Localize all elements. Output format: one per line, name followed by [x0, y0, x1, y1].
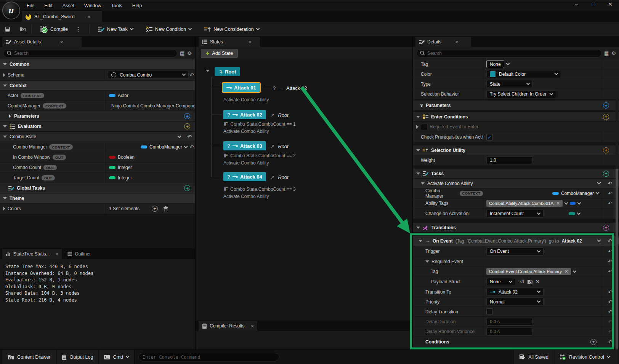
ability-tag-pill[interactable]: Combat.Ability.Attack.Combo01A✕	[486, 200, 563, 207]
reset-to-default-icon[interactable]: ↶	[608, 238, 612, 244]
tab-outliner[interactable]: Outliner	[63, 249, 94, 259]
unreal-logo-icon[interactable]: u	[2, 2, 20, 19]
chevron-down-icon[interactable]	[506, 62, 510, 65]
menu-asset[interactable]: Asset	[58, 1, 79, 10]
expand-arrow-icon[interactable]	[3, 207, 5, 211]
delete-trash-icon[interactable]	[163, 206, 168, 211]
state-tree-canvas[interactable]: ↴ Root Attack 01 ? → Attack 02 Activate …	[196, 59, 412, 321]
output-log-button[interactable]: Output Log	[56, 350, 99, 364]
new-consideration-button[interactable]: New Consideration	[201, 24, 262, 34]
reset-to-default-icon[interactable]: ↶	[608, 289, 613, 295]
close-tab-icon[interactable]: ×	[251, 323, 254, 329]
check-prerequisites-checkbox[interactable]: ✓	[486, 134, 493, 140]
settings-gear-icon[interactable]: ⚙	[611, 50, 616, 56]
type-dropdown[interactable]: State	[486, 80, 533, 88]
new-condition-button[interactable]: New Condition	[143, 24, 194, 34]
details-search[interactable]	[416, 49, 601, 57]
priority-dropdown[interactable]: Normal	[486, 298, 544, 306]
activate-combo-ability-header[interactable]: Activate Combo Ability↶	[413, 179, 619, 188]
root-expander-icon[interactable]	[206, 70, 210, 72]
section-global-tasks[interactable]: Global Tasks+	[0, 183, 195, 193]
console-input[interactable]	[143, 354, 275, 360]
chevron-down-icon[interactable]	[596, 191, 600, 195]
clear-icon[interactable]: ✕	[536, 279, 540, 285]
event-tag-pill[interactable]: Combat.Event.Combo.Attack.Primary✕	[486, 268, 571, 275]
compile-button[interactable]: Compile	[37, 23, 71, 35]
reset-to-default-icon[interactable]: ↶	[608, 299, 613, 305]
schema-dropdown[interactable]: Combat Combo	[108, 71, 189, 79]
delay-transition-checkbox[interactable]	[486, 308, 493, 315]
menu-tools[interactable]: Tools	[106, 1, 127, 10]
selection-behavior-dropdown[interactable]: Try Select Children In Order	[486, 90, 556, 98]
state-node-attack-04[interactable]: ? Attack 04	[223, 172, 266, 181]
column-view-icon[interactable]: ▦	[604, 50, 609, 56]
browse-to-asset-icon[interactable]	[527, 279, 533, 284]
add-enter-condition-icon[interactable]: +	[603, 114, 609, 120]
add-color-icon[interactable]: +	[152, 206, 158, 212]
scrollbar-thumb[interactable]	[616, 169, 618, 364]
section-theme[interactable]: Theme	[0, 193, 195, 203]
asset-details-search[interactable]	[3, 49, 177, 57]
chevron-down-icon[interactable]	[597, 181, 601, 185]
expand-arrow-icon[interactable]	[416, 125, 419, 129]
menu-help[interactable]: Help	[128, 1, 147, 10]
maximize-button[interactable]: □	[590, 1, 597, 7]
reset-to-default-icon[interactable]: ↶	[608, 190, 613, 196]
cmd-button[interactable]: Cmd	[99, 350, 134, 364]
section-common[interactable]: Common	[0, 59, 195, 69]
browse-asset-icon[interactable]	[20, 26, 26, 32]
state-node-root[interactable]: ↴ Root	[215, 67, 240, 76]
tab-states[interactable]: States ×	[199, 37, 260, 47]
remove-tag-icon[interactable]: ✕	[564, 269, 568, 274]
add-parameter-icon[interactable]: +	[603, 102, 609, 109]
section-evaluators[interactable]: Evaluators+	[0, 121, 195, 132]
tab-statetree-statistics[interactable]: StateTree Statis... ×	[2, 249, 62, 259]
chevron-down-icon[interactable]	[597, 238, 601, 242]
required-event-header-row[interactable]: Required Event ↶	[413, 257, 619, 267]
reset-to-default-icon[interactable]: ↶	[608, 200, 613, 206]
search-input[interactable]	[14, 51, 173, 56]
section-parameters-details[interactable]: VParameters+	[413, 101, 619, 111]
section-context[interactable]: Context	[0, 81, 195, 91]
add-task-icon[interactable]: +	[603, 171, 609, 177]
expand-arrow-icon[interactable]	[3, 73, 5, 77]
add-global-task-icon[interactable]: +	[184, 185, 190, 191]
add-parameter-icon[interactable]: +	[184, 113, 190, 119]
reset-to-default-icon[interactable]: ↶	[608, 309, 613, 315]
all-saved-button[interactable]: All Saved	[513, 350, 554, 364]
close-tab-icon[interactable]: ×	[56, 251, 59, 257]
revision-control-button[interactable]: Revision Control	[554, 350, 619, 364]
chevron-down-icon[interactable]	[572, 269, 576, 273]
column-view-icon[interactable]: ▦	[180, 50, 184, 56]
content-drawer-button[interactable]: Content Drawer	[2, 350, 56, 364]
menu-file[interactable]: File	[22, 1, 39, 10]
section-transitions[interactable]: Transitions+	[413, 223, 619, 233]
use-selected-asset-icon[interactable]: ↺	[520, 278, 525, 285]
reset-to-default-icon[interactable]: ↶	[608, 339, 613, 345]
section-parameters[interactable]: VParameters+	[0, 111, 195, 121]
reset-to-default-icon[interactable]: ↶	[189, 144, 194, 150]
section-selection-utility[interactable]: Selection Utility+	[413, 145, 619, 155]
close-tab-icon[interactable]: ×	[88, 14, 91, 20]
close-tab-icon[interactable]: ×	[249, 39, 252, 45]
search-input[interactable]	[427, 51, 598, 56]
reset-to-default-icon[interactable]: ↶	[608, 259, 613, 265]
reset-to-default-icon[interactable]: ↶	[608, 180, 612, 187]
remove-tag-icon[interactable]: ✕	[556, 201, 560, 206]
reset-to-default-icon[interactable]: ↶	[189, 72, 194, 78]
section-enter-conditions[interactable]: Enter Conditions+	[413, 112, 619, 122]
close-window-button[interactable]: ✕	[607, 1, 614, 7]
chevron-down-icon[interactable]	[564, 201, 568, 204]
change-on-activation-dropdown[interactable]: Increment Count	[486, 210, 544, 218]
new-task-button[interactable]: New Task	[95, 24, 136, 34]
tab-st-combo-sword[interactable]: ST_Combo_Sword ×	[22, 11, 102, 22]
payload-struct-dropdown[interactable]: None	[486, 278, 515, 286]
chevron-down-icon[interactable]	[577, 211, 581, 215]
chevron-down-icon[interactable]	[577, 201, 581, 204]
console-command-field[interactable]	[138, 353, 279, 361]
tag-dropdown[interactable]: None	[486, 60, 504, 68]
add-state-button[interactable]: +Add State	[201, 49, 238, 58]
color-dropdown[interactable]: Default Color	[486, 70, 561, 78]
on-event-transition-header[interactable]: → On Event (Tag: 'Combat.Event.Combo.Att…	[413, 236, 619, 246]
menu-window[interactable]: Window	[80, 1, 106, 10]
